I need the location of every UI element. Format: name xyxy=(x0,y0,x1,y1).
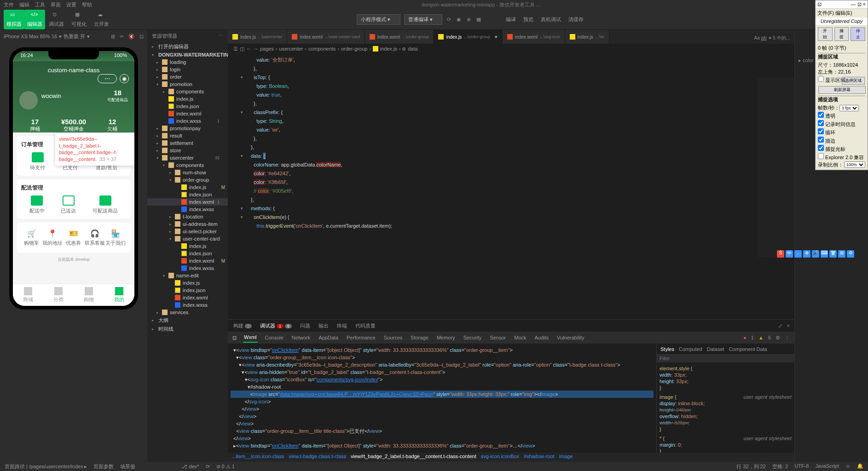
file-tree-item[interactable]: ▸t-location xyxy=(147,213,228,220)
debugger-tab[interactable]: 调试器16 xyxy=(259,321,293,331)
wxml-tab[interactable]: Wxml xyxy=(243,333,258,343)
capsule-menu[interactable]: ⋯ xyxy=(98,74,117,83)
file-tree-item[interactable]: index.json xyxy=(147,287,228,294)
capsule-close[interactable]: ◉ xyxy=(120,74,129,83)
device-select[interactable]: iPhone XS Max 85% 16 xyxy=(4,34,57,39)
language[interactable]: JavaScript xyxy=(815,463,839,470)
inspect-icon[interactable]: ⊡ xyxy=(232,335,237,341)
editor-tab[interactable]: index.wxml ...\user-center-card xyxy=(287,30,365,44)
indent[interactable]: 空格: 2 xyxy=(772,463,788,470)
start-button[interactable]: 开始 xyxy=(818,27,833,41)
file-tree-item[interactable]: ▸settlement xyxy=(147,139,228,147)
bell-icon[interactable]: 🔔 xyxy=(857,463,863,470)
file-tree-item[interactable]: index.js xyxy=(147,95,228,103)
file-tree-item[interactable]: ▾usercenter32 xyxy=(147,154,228,161)
menu-item[interactable]: 编辑 xyxy=(19,1,29,8)
capture-button[interactable]: 捕捉 xyxy=(834,27,849,41)
file-tree-item[interactable]: index.json xyxy=(147,191,228,198)
file-menu[interactable]: 文件(F) xyxy=(817,10,834,16)
refresh-button[interactable]: 刷新屏幕 xyxy=(818,86,866,94)
editor-tab[interactable]: index.wxml ...\svg-icon xyxy=(503,30,565,44)
menu-item[interactable]: 文件 xyxy=(4,1,14,8)
quick-item[interactable]: 📍我的地址 xyxy=(42,227,64,248)
quick-item[interactable]: 🎧联系客服 xyxy=(84,227,105,248)
styles-tab[interactable]: Styles xyxy=(660,346,674,352)
security-tab[interactable]: Security xyxy=(463,333,483,342)
file-tree-item[interactable]: index.json xyxy=(147,250,228,257)
transparent-check[interactable]: 透明 xyxy=(818,112,865,120)
menu-item[interactable]: 界面 xyxy=(51,1,61,8)
appdata-tab[interactable]: AppData xyxy=(318,333,339,342)
project-root[interactable]: ▾DONGXIN-WATERMARKETING-MINI... xyxy=(147,51,228,58)
git-branch[interactable]: ⎇ dev* xyxy=(181,464,199,470)
file-tree-item[interactable]: ▸order xyxy=(147,73,228,80)
menu-item[interactable]: 设置 xyxy=(66,1,76,8)
delivery-item[interactable]: 可配送商品 xyxy=(93,195,118,214)
ime-toolbar[interactable]: S中,⊕🎤⌨👕⊞⚙ xyxy=(777,250,854,258)
quality-tab[interactable]: 代码质量 xyxy=(354,321,376,331)
computed-tab[interactable]: Computed xyxy=(679,346,702,352)
file-tree-item[interactable]: ▾components xyxy=(147,161,228,169)
editor-button[interactable]: </>编辑器 xyxy=(24,10,45,29)
compat-check[interactable]: Explorer 2.0 兼容 xyxy=(818,153,865,161)
file-tree-item[interactable]: index.js xyxy=(147,279,228,287)
editor-tab[interactable]: index.js ...\order-group× xyxy=(434,30,502,44)
wxml-tree[interactable]: ▾<view bindtap="onClickItem" data-item="… xyxy=(228,344,656,453)
simulator-button[interactable]: ▭模拟器 xyxy=(4,10,24,29)
tab-item[interactable]: 商城 xyxy=(13,284,43,306)
ratio-select[interactable]: 100% xyxy=(844,161,865,168)
sensor-tab[interactable]: Sensor xyxy=(489,333,507,342)
bc-icon[interactable]: ◫ xyxy=(240,46,244,52)
bc-icon[interactable]: ← xyxy=(246,46,251,52)
file-tree-item[interactable]: index.wxss xyxy=(147,206,228,213)
bc-icon[interactable]: → xyxy=(253,46,258,52)
loop-check[interactable]: 循环 xyxy=(818,128,865,136)
quick-item[interactable]: 🛒购物车 xyxy=(21,227,42,248)
page-path[interactable]: 页面路径 | /pages/usercenter/index ▸ xyxy=(5,463,87,470)
mock-tab[interactable]: Mock xyxy=(513,333,527,342)
delivery-item[interactable]: 配送中 xyxy=(29,195,45,214)
quick-item[interactable]: 🎫优惠券 xyxy=(63,227,84,248)
file-tree-item[interactable]: ▾order-group xyxy=(147,176,228,184)
stat-coupon[interactable]: 12欠桶 xyxy=(107,118,117,132)
stroke-check[interactable]: 描边 xyxy=(818,137,865,144)
toolbar-icon[interactable]: ▦ xyxy=(476,17,481,23)
file-tree-item[interactable]: index.wxml xyxy=(147,110,228,117)
file-tree-item[interactable]: ▾user-center-card xyxy=(147,235,228,242)
file-tree-item[interactable]: ▸store xyxy=(147,147,228,154)
avatar[interactable] xyxy=(19,91,38,109)
file-tree-item[interactable]: index.jsM xyxy=(147,184,228,191)
toolbar-icon[interactable]: ◉ xyxy=(457,17,461,23)
debugger-button[interactable]: ⊙调试器 xyxy=(45,11,68,29)
output-tab[interactable]: 输出 xyxy=(318,321,330,331)
dataset-tab[interactable]: Dataset xyxy=(707,346,724,352)
page-params[interactable]: 页面参数 xyxy=(93,463,114,470)
editor-tab[interactable]: index.js ...\sv xyxy=(565,30,609,44)
outline-section[interactable]: ▸大纲 xyxy=(147,316,228,325)
css-rules[interactable]: element.style { width: 33px; height: 33p… xyxy=(657,362,794,453)
stat-deposit[interactable]: 17押桶 xyxy=(30,118,40,132)
quick-item[interactable]: 🏪关于我们 xyxy=(105,227,126,248)
menu-item[interactable]: 帮助 xyxy=(82,1,92,8)
file-tree-item[interactable]: ▸num-show xyxy=(147,169,228,176)
file-tree-item[interactable]: ▸result xyxy=(147,132,228,139)
remote-debug-btn[interactable]: 真机调试 xyxy=(537,15,565,24)
settings-icon[interactable]: ⚙ xyxy=(775,335,780,341)
menu-item[interactable]: 工具 xyxy=(35,1,45,8)
more-icon[interactable]: ⋯ xyxy=(218,33,223,40)
delivery-item[interactable]: 已送达 xyxy=(61,195,76,214)
record-time-check[interactable]: 记录时间信息 xyxy=(818,120,865,128)
storage-tab[interactable]: Storage xyxy=(410,333,429,342)
memory-tab[interactable]: Memory xyxy=(436,333,456,342)
stop-button[interactable]: 停止 xyxy=(851,27,865,41)
file-tree-item[interactable]: ▾promotion xyxy=(147,80,228,88)
file-tree-item[interactable]: index.js xyxy=(147,242,228,250)
close-icon[interactable]: — ⊡ × xyxy=(851,1,866,7)
sim-icon[interactable]: 🔇 xyxy=(128,34,135,40)
cursor-pos[interactable]: 行 32，列 22 xyxy=(736,463,766,470)
visual-button[interactable]: ▦可视化 xyxy=(68,11,90,29)
audits-tab[interactable]: Audits xyxy=(534,333,550,342)
close-icon[interactable]: × xyxy=(787,323,790,329)
perf-tab[interactable]: Performance xyxy=(346,333,376,342)
file-tree-item[interactable]: ▸ui-select-picker xyxy=(147,228,228,235)
